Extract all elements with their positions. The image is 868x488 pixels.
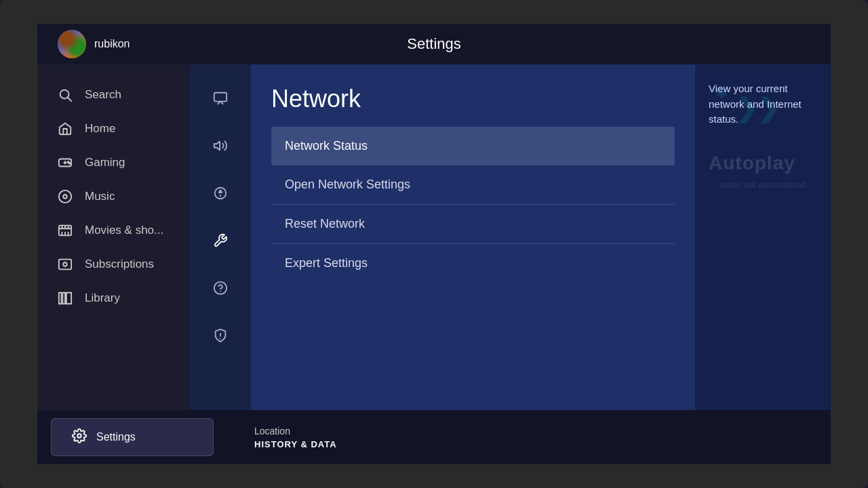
sidebar-item-label: Search — [85, 88, 121, 102]
settings-icon-sidebar — [190, 64, 251, 410]
settings-icon-privacy[interactable] — [200, 315, 241, 356]
sidebar-item-label: Music — [85, 190, 115, 203]
svg-point-30 — [77, 434, 81, 438]
sidebar-item-label: Subscriptions — [85, 258, 154, 271]
settings-icon-audio[interactable] — [200, 125, 241, 166]
sidebar-item-library[interactable]: Library — [37, 281, 193, 315]
sidebar-item-search[interactable]: Search — [37, 78, 193, 112]
screen: rubikon Settings Search Home Gaming — [37, 24, 831, 464]
svg-rect-21 — [66, 293, 71, 304]
svg-point-7 — [59, 190, 71, 203]
sidebar-item-subscriptions[interactable]: Subscriptions — [37, 247, 193, 281]
subscriptions-icon — [58, 257, 73, 272]
settings-icon-display[interactable] — [200, 78, 241, 119]
svg-line-1 — [68, 98, 71, 101]
sidebar-item-movies[interactable]: Movies & sho... — [37, 214, 193, 247]
svg-point-8 — [63, 195, 67, 199]
settings-icon-network[interactable] — [200, 220, 241, 261]
bottom-bar: Settings Location HISTORY & DATA — [37, 410, 831, 464]
search-icon — [58, 87, 73, 102]
sidebar-item-label: Home — [85, 122, 115, 136]
gaming-icon — [58, 155, 73, 170]
bottom-section-items: Location HISTORY & DATA — [254, 426, 337, 449]
network-menu-item-status[interactable]: Network Status — [271, 127, 675, 165]
movies-icon — [58, 223, 73, 238]
svg-rect-20 — [62, 293, 65, 304]
network-title: Network — [271, 85, 675, 113]
username: rubikon — [94, 38, 130, 50]
avatar — [58, 30, 86, 58]
network-menu-item-open[interactable]: Open Network Settings — [271, 165, 675, 205]
network-menu-item-expert[interactable]: Expert Settings — [271, 244, 675, 283]
page-title: Settings — [407, 35, 461, 53]
info-panel: View your current network and Internet s… — [695, 64, 831, 410]
sidebar-item-label: Gaming — [85, 156, 125, 169]
settings-panel: Network Network Status Open Network Sett… — [190, 64, 831, 410]
network-menu: Network Status Open Network Settings Res… — [271, 127, 675, 283]
history-label: HISTORY & DATA — [254, 439, 337, 449]
settings-icon-remote[interactable] — [200, 173, 241, 214]
sidebar-item-music[interactable]: Music — [37, 180, 193, 214]
network-menu-item-reset[interactable]: Reset Network — [271, 205, 675, 244]
settings-label: Settings — [96, 431, 136, 443]
music-icon — [58, 189, 73, 204]
svg-point-18 — [63, 262, 67, 266]
home-icon — [58, 121, 73, 136]
top-bar: rubikon Settings — [37, 24, 831, 64]
sidebar-item-label: Library — [85, 291, 120, 305]
svg-rect-22 — [214, 93, 226, 102]
svg-rect-19 — [59, 293, 62, 304]
svg-rect-17 — [59, 260, 71, 270]
left-nav: Search Home Gaming Music Movies & sho... — [37, 64, 193, 410]
library-icon — [58, 291, 73, 306]
settings-button[interactable]: Settings — [51, 418, 214, 456]
svg-marker-23 — [214, 142, 220, 150]
sidebar-item-home[interactable]: Home — [37, 112, 193, 146]
sidebar-item-gaming[interactable]: Gaming — [37, 146, 193, 180]
location-label: Location — [254, 426, 337, 436]
settings-icon-help[interactable] — [200, 268, 241, 308]
info-description: View your current network and Internet s… — [709, 81, 817, 127]
svg-point-6 — [69, 163, 71, 164]
settings-gear-icon — [72, 428, 87, 446]
network-panel: Network Network Status Open Network Sett… — [251, 64, 695, 410]
sidebar-item-label: Movies & sho... — [85, 224, 163, 237]
